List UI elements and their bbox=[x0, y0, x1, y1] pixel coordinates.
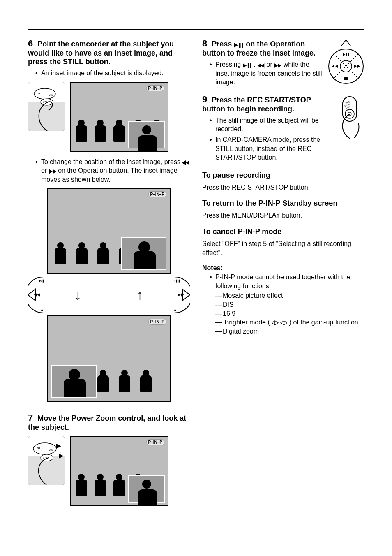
step-6-figure-row: W VOL STILL P–IN–P bbox=[28, 82, 190, 152]
inset-pos-bottom: P–IN–P bbox=[47, 315, 171, 402]
ff-icon bbox=[49, 169, 56, 174]
step-6-title: Point the camcorder at the subject you w… bbox=[28, 40, 174, 66]
svg-marker-22 bbox=[56, 444, 61, 449]
svg-marker-55 bbox=[284, 321, 287, 325]
inset-pos-top: P–IN–P bbox=[47, 188, 171, 274]
still-button-illustration: W VOL STILL bbox=[28, 82, 65, 131]
ff-icon-2 bbox=[274, 63, 281, 68]
step-9-title: Press the REC START/STOP button to begin… bbox=[202, 96, 311, 113]
step-7-title: Move the Power Zoom control, and look at… bbox=[28, 414, 186, 431]
step-6-screen-1: P–IN–P bbox=[70, 82, 168, 152]
arrow-down-icon: ↓ bbox=[74, 288, 81, 302]
notes-sublist: Mosaic picture effect DIS 16:9 Brighter … bbox=[215, 291, 364, 336]
step-6-bullet-2: To change the position of the inset imag… bbox=[35, 158, 190, 184]
svg-text:W: W bbox=[37, 447, 40, 449]
svg-marker-33 bbox=[261, 63, 264, 68]
step-8-bullet-1: Pressing , or bbox=[210, 60, 322, 87]
return-heading: To return to the P-IN-P Standby screen bbox=[202, 199, 364, 208]
svg-text:VOL: VOL bbox=[49, 94, 53, 96]
svg-marker-15 bbox=[178, 293, 181, 297]
svg-marker-35 bbox=[278, 63, 281, 68]
step-9-bullets: The still image of the subject will be r… bbox=[202, 116, 330, 162]
pip-badge-2: P–IN–P bbox=[148, 191, 166, 197]
dpad-left-icon: ▶/❚❚ ■ bbox=[28, 277, 44, 313]
svg-text:■: ■ bbox=[41, 308, 43, 312]
notes-item-1: DIS bbox=[215, 300, 364, 309]
notes-list: P-IN-P mode cannot be used together with… bbox=[202, 273, 364, 336]
step-9-heading: 9 Press the REC START/STOP button to beg… bbox=[202, 94, 330, 114]
svg-marker-54 bbox=[272, 321, 275, 325]
svg-rect-28 bbox=[242, 43, 243, 48]
rew-icon-2 bbox=[257, 63, 265, 68]
svg-marker-32 bbox=[258, 63, 261, 68]
step-9-bullet-1: The still image of the subject will be r… bbox=[210, 116, 330, 134]
play-pause-icon-2 bbox=[243, 63, 252, 68]
notes-item-4: Digital zoom bbox=[215, 327, 364, 336]
svg-rect-42 bbox=[348, 53, 349, 56]
pause-heading: To pause recording bbox=[202, 171, 364, 180]
brighter-mode-icon bbox=[272, 320, 287, 326]
svg-marker-5 bbox=[182, 160, 186, 165]
svg-rect-30 bbox=[248, 63, 249, 68]
svg-rect-31 bbox=[250, 63, 251, 68]
svg-marker-8 bbox=[53, 169, 56, 174]
step-7-screen: P–IN–P bbox=[70, 436, 168, 506]
inset-position-diagram: P–IN–P bbox=[28, 188, 190, 402]
return-text: Press the MENU/DISPLAY button. bbox=[202, 211, 364, 220]
notes-heading: Notes: bbox=[202, 264, 364, 272]
step-7-heading: 7 Move the Power Zoom control, and look … bbox=[28, 412, 190, 432]
notes-item-3: Brighter mode ( ) of the gain-up functio… bbox=[215, 318, 364, 327]
pip-badge-4: P–IN–P bbox=[146, 439, 164, 445]
step-8-title: Press on the Operation button to freeze … bbox=[202, 40, 316, 57]
svg-text:■: ■ bbox=[174, 308, 176, 312]
rew-icon bbox=[182, 160, 189, 165]
pause-text: Press the REC START/STOP button. bbox=[202, 183, 364, 192]
dpad-up-illustration bbox=[328, 38, 364, 84]
svg-marker-6 bbox=[186, 160, 189, 165]
step-9-bullet-2: In CARD-CAMERA mode, press the STILL but… bbox=[210, 135, 330, 162]
right-column: 8 Press on the Operation button to freez… bbox=[202, 38, 364, 512]
step-7-figure-row: W VOL STILL P–IN–P bbox=[28, 436, 190, 506]
step-9-number: 9 bbox=[202, 94, 207, 104]
step-6-heading: 6 Point the camcorder at the subject you… bbox=[28, 38, 190, 66]
cancel-heading: To cancel P-IN-P mode bbox=[202, 227, 364, 236]
svg-rect-27 bbox=[239, 43, 241, 48]
two-column-layout: 6 Point the camcorder at the subject you… bbox=[28, 38, 364, 512]
svg-text:VOL: VOL bbox=[49, 449, 53, 451]
svg-text:▶/❚❚: ▶/❚❚ bbox=[174, 279, 180, 283]
step-6-bullets-2: To change the position of the inset imag… bbox=[28, 158, 190, 184]
cancel-text: Select "OFF" in step 5 of "Selecting a s… bbox=[202, 239, 364, 257]
svg-text:W: W bbox=[38, 92, 41, 95]
zoom-control-illustration: W VOL STILL bbox=[28, 436, 65, 485]
step-8-block: 8 Press on the Operation button to freez… bbox=[202, 38, 364, 88]
step-9-block: 9 Press the REC START/STOP button to beg… bbox=[202, 94, 364, 164]
step-6-number: 6 bbox=[28, 38, 33, 49]
svg-marker-29 bbox=[243, 63, 247, 68]
svg-rect-41 bbox=[346, 53, 347, 56]
step-8-bullets: Pressing , or bbox=[202, 60, 322, 87]
step-6-bullets: An inset image of the subject is display… bbox=[28, 69, 190, 78]
left-column: 6 Point the camcorder at the subject you… bbox=[28, 38, 190, 512]
svg-marker-23 bbox=[59, 454, 64, 459]
svg-rect-47 bbox=[344, 77, 348, 80]
pip-badge-3: P–IN–P bbox=[148, 319, 166, 325]
notes-lead: P-IN-P mode cannot be used together with… bbox=[210, 273, 364, 336]
step-8-number: 8 bbox=[202, 38, 207, 49]
arrow-up-icon: ↑ bbox=[136, 288, 143, 302]
step-6-bullet-1: An inset image of the subject is display… bbox=[35, 69, 190, 78]
svg-marker-34 bbox=[274, 63, 278, 68]
rec-start-stop-illustration: REC START/ STOP bbox=[335, 94, 364, 139]
svg-marker-11 bbox=[37, 293, 40, 297]
step-8-heading: 8 Press on the Operation button to freez… bbox=[202, 38, 322, 58]
notes-item-2: 16:9 bbox=[215, 309, 364, 318]
pip-badge: P–IN–P bbox=[146, 85, 164, 91]
svg-text:▶/❚❚: ▶/❚❚ bbox=[39, 279, 44, 283]
notes-item-0: Mosaic picture effect bbox=[215, 291, 364, 300]
top-rule bbox=[28, 29, 364, 30]
play-pause-icon bbox=[234, 43, 244, 48]
dpad-right-icon: ▶/❚❚ ■ bbox=[174, 277, 190, 313]
svg-marker-7 bbox=[49, 169, 53, 174]
svg-marker-26 bbox=[234, 43, 238, 48]
step-7-number: 7 bbox=[28, 412, 33, 423]
